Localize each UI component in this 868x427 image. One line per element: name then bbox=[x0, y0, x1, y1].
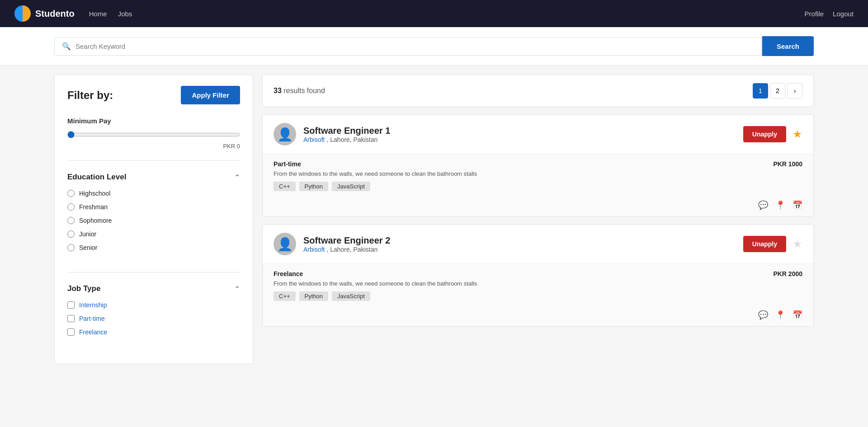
job-1-description: From the windows to the walls, we need s… bbox=[274, 170, 477, 177]
job-2-tag-0: C++ bbox=[274, 291, 296, 301]
education-options: Highschool Freshman Sophomore Junior Sen… bbox=[67, 186, 240, 265]
nav-jobs[interactable]: Jobs bbox=[118, 10, 132, 18]
results-count-label: results found bbox=[283, 87, 325, 94]
job-2-title: Software Engineer 2 bbox=[303, 235, 736, 246]
education-label-freshman: Freshman bbox=[79, 203, 108, 211]
job-1-meta-icons: 💬 📍 📅 bbox=[274, 197, 802, 212]
job-1-body: Part-time From the windows to the walls,… bbox=[263, 154, 813, 216]
jobtype-option-parttime[interactable]: Part-time bbox=[67, 315, 240, 322]
nav-home[interactable]: Home bbox=[89, 10, 107, 18]
sidebar: Filter by: Apply Filter Minimum Pay PKR … bbox=[54, 75, 253, 364]
results-header: 33 results found 1 2 › bbox=[262, 75, 814, 107]
jobtype-label-parttime: Part-time bbox=[79, 315, 105, 322]
divider-1 bbox=[67, 160, 240, 161]
pagination: 1 2 › bbox=[753, 83, 802, 99]
search-input[interactable] bbox=[75, 42, 754, 50]
education-option-senior[interactable]: Senior bbox=[67, 244, 240, 251]
job-1-desc-left: Part-time From the windows to the walls,… bbox=[274, 160, 477, 182]
job-2-tag-1: Python bbox=[299, 291, 328, 301]
job-card-1: 👤 Software Engineer 1 Arbisoft , Lahore,… bbox=[262, 114, 814, 217]
job-2-tag-2: JavaScript bbox=[332, 291, 370, 301]
job-2-description: From the windows to the walls, we need s… bbox=[274, 280, 477, 287]
job-1-info: Software Engineer 1 Arbisoft , Lahore, P… bbox=[303, 126, 736, 143]
job-2-company-link[interactable]: Arbisoft bbox=[303, 246, 325, 253]
education-option-sophomore[interactable]: Sophomore bbox=[67, 217, 240, 224]
filter-title: Filter by: bbox=[67, 89, 113, 102]
job-1-title: Software Engineer 1 bbox=[303, 126, 736, 136]
education-title: Education Level bbox=[67, 173, 126, 182]
jobtype-accordion: Job Type ⌃ Internship Part-time Freelanc… bbox=[67, 280, 240, 349]
education-option-junior[interactable]: Junior bbox=[67, 230, 240, 238]
nav-right: Profile Logout bbox=[805, 10, 854, 18]
search-input-wrapper: 🔍 bbox=[54, 37, 762, 56]
job-1-pay: PKR 1000 bbox=[773, 160, 802, 168]
job-1-tag-1: Python bbox=[299, 182, 328, 191]
job-1-tag-2: JavaScript bbox=[332, 182, 370, 191]
search-icon: 🔍 bbox=[62, 42, 71, 51]
education-radio-junior[interactable] bbox=[67, 230, 75, 238]
education-radio-senior[interactable] bbox=[67, 244, 75, 251]
job-1-unapply-button[interactable]: Unapply bbox=[743, 126, 786, 142]
job-2-meta-icons: 💬 📍 📅 bbox=[274, 306, 802, 322]
jobtype-title: Job Type bbox=[67, 284, 100, 293]
apply-filter-button[interactable]: Apply Filter bbox=[181, 86, 240, 104]
nav-links: Home Jobs bbox=[89, 10, 805, 18]
jobtype-checkbox-freelance[interactable] bbox=[67, 328, 75, 336]
job-1-actions: Unapply ★ bbox=[743, 126, 802, 142]
job-1-tag-0: C++ bbox=[274, 182, 296, 191]
results-count-number: 33 bbox=[274, 87, 282, 94]
education-radio-freshman[interactable] bbox=[67, 203, 75, 211]
education-accordion-header[interactable]: Education Level ⌃ bbox=[67, 168, 240, 186]
job-2-bookmark-button[interactable]: ★ bbox=[793, 239, 802, 249]
job-1-company-link[interactable]: Arbisoft bbox=[303, 136, 325, 143]
job-2-calendar-icon[interactable]: 📅 bbox=[793, 310, 802, 320]
jobtype-chevron-icon: ⌃ bbox=[234, 285, 240, 293]
search-bar-section: 🔍 Search bbox=[0, 27, 868, 66]
jobtype-checkbox-internship[interactable] bbox=[67, 301, 75, 309]
page-btn-1[interactable]: 1 bbox=[753, 83, 768, 99]
job-2-chat-icon[interactable]: 💬 bbox=[758, 310, 768, 320]
job-2-unapply-button[interactable]: Unapply bbox=[743, 236, 786, 252]
pay-slider-row bbox=[67, 131, 240, 140]
job-2-avatar: 👤 bbox=[274, 233, 296, 255]
education-label-sophomore: Sophomore bbox=[79, 217, 112, 224]
education-label-junior: Junior bbox=[79, 230, 96, 238]
brand-name: Studento bbox=[35, 9, 75, 19]
job-1-avatar-icon: 👤 bbox=[277, 127, 293, 142]
pay-slider[interactable] bbox=[67, 131, 240, 138]
job-1-calendar-icon[interactable]: 📅 bbox=[793, 200, 802, 210]
education-label-senior: Senior bbox=[79, 244, 97, 251]
job-card-2-top: 👤 Software Engineer 2 Arbisoft , Lahore,… bbox=[263, 225, 813, 264]
jobtype-checkbox-parttime[interactable] bbox=[67, 315, 75, 322]
jobtype-label-freelance: Freelance bbox=[79, 328, 107, 336]
main-layout: Filter by: Apply Filter Minimum Pay PKR … bbox=[0, 66, 868, 373]
education-accordion: Education Level ⌃ Highschool Freshman So… bbox=[67, 168, 240, 265]
education-option-freshman[interactable]: Freshman bbox=[67, 203, 240, 211]
navbar: Studento Home Jobs Profile Logout bbox=[0, 0, 868, 27]
education-radio-sophomore[interactable] bbox=[67, 217, 75, 224]
job-1-chat-icon[interactable]: 💬 bbox=[758, 200, 768, 210]
job-2-location: , Lahore, Pakistan bbox=[326, 246, 377, 253]
jobtype-option-internship[interactable]: Internship bbox=[67, 301, 240, 309]
job-2-desc-row: Freelance From the windows to the walls,… bbox=[274, 270, 802, 291]
jobtype-option-freelance[interactable]: Freelance bbox=[67, 328, 240, 336]
logo-icon bbox=[14, 5, 31, 22]
page-next-btn[interactable]: › bbox=[787, 83, 802, 99]
job-2-pay: PKR 2000 bbox=[773, 270, 802, 277]
search-button[interactable]: Search bbox=[762, 36, 814, 56]
education-radio-highschool[interactable] bbox=[67, 190, 75, 197]
job-2-location-icon[interactable]: 📍 bbox=[775, 310, 785, 320]
job-2-tags: C++ Python JavaScript bbox=[274, 291, 802, 301]
job-2-actions: Unapply ★ bbox=[743, 236, 802, 252]
nav-profile[interactable]: Profile bbox=[805, 10, 824, 18]
job-1-avatar: 👤 bbox=[274, 123, 296, 145]
jobtype-label-internship: Internship bbox=[79, 301, 107, 309]
divider-2 bbox=[67, 272, 240, 272]
nav-logout[interactable]: Logout bbox=[833, 10, 854, 18]
education-option-highschool[interactable]: Highschool bbox=[67, 190, 240, 197]
job-1-desc-row: Part-time From the windows to the walls,… bbox=[274, 160, 802, 182]
job-1-location-icon[interactable]: 📍 bbox=[775, 200, 785, 210]
jobtype-accordion-header[interactable]: Job Type ⌃ bbox=[67, 280, 240, 298]
page-btn-2[interactable]: 2 bbox=[770, 83, 785, 99]
job-1-bookmark-button[interactable]: ★ bbox=[793, 129, 802, 140]
